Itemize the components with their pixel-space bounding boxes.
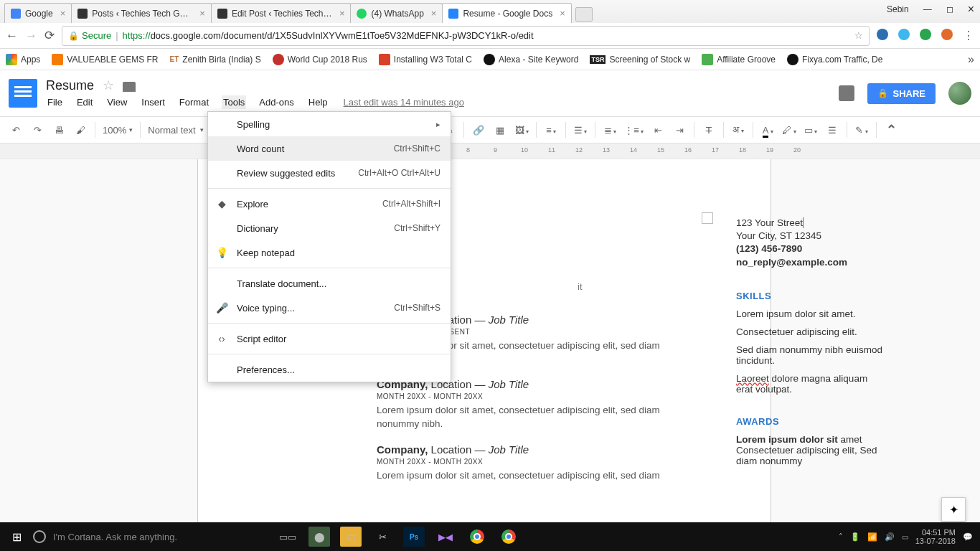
numbered-list-icon[interactable]: ≣ xyxy=(603,125,617,136)
redo-icon[interactable]: ↷ xyxy=(30,125,44,136)
tab-resume-docs[interactable]: Resume - Google Docs× xyxy=(442,3,571,23)
outdent-icon[interactable]: ⇤ xyxy=(651,125,665,136)
window-close-icon[interactable]: × xyxy=(968,3,974,16)
share-button[interactable]: SHARE xyxy=(867,83,936,104)
wifi-icon[interactable]: 📶 xyxy=(867,532,877,542)
new-tab-button[interactable] xyxy=(575,7,593,22)
comments-icon[interactable] xyxy=(839,85,854,101)
input-tools-icon[interactable]: अ xyxy=(731,124,745,136)
align-icon[interactable]: ≡ xyxy=(544,125,558,136)
docs-home-icon[interactable] xyxy=(9,79,37,108)
clock[interactable]: 04:51 PM13-07-2018 xyxy=(915,528,956,545)
bookmark-item[interactable]: Fixya.com Traffic, De xyxy=(787,54,882,65)
app-icon[interactable]: ⬤ xyxy=(308,527,330,547)
tab-techies-posts[interactable]: Posts ‹ Techies Tech Guide× xyxy=(71,3,212,23)
menu-item-voice-typing[interactable]: 🎤Voice typing...Ctrl+Shift+S xyxy=(208,296,451,320)
app-icon[interactable]: ✂ xyxy=(372,527,393,547)
menu-item-preferences[interactable]: Preferences... xyxy=(208,357,451,382)
close-icon[interactable]: × xyxy=(339,8,345,19)
menu-item-spelling[interactable]: Spelling▸ xyxy=(208,112,451,136)
menu-format[interactable]: Format xyxy=(178,95,210,109)
menu-help[interactable]: Help xyxy=(307,95,329,109)
language-indicator[interactable]: ▭ xyxy=(902,533,908,541)
close-icon[interactable]: × xyxy=(199,8,205,19)
menu-item-keep-notepad[interactable]: 💡Keep notepad xyxy=(208,240,451,265)
editing-mode-icon[interactable]: ✎ xyxy=(854,125,869,136)
extension-save-icon[interactable] xyxy=(941,29,953,40)
address-bar[interactable]: Secure | https://docs.google.com/documen… xyxy=(62,26,870,46)
account-avatar[interactable] xyxy=(948,82,971,105)
apps-shortcut[interactable]: Apps xyxy=(6,54,40,65)
text-color-icon[interactable]: 🖊 xyxy=(782,125,796,136)
job-entry[interactable]: Company, Location — Job Title MONTH 20XX… xyxy=(377,378,685,430)
insert-image-icon[interactable]: 🖼 xyxy=(514,125,529,136)
insert-comment-icon[interactable]: ▦ xyxy=(493,125,507,136)
border-icon[interactable]: ▭ xyxy=(804,125,818,136)
bookmark-item[interactable]: VALUEABLE GEMS FR xyxy=(52,54,158,65)
resume-side-column[interactable]: 123 Your Street Your City, ST 12345 (123… xyxy=(736,217,887,474)
extension-icon[interactable] xyxy=(920,29,931,40)
tab-google[interactable]: Google× xyxy=(4,3,72,23)
menu-item-review-edits[interactable]: Review suggested editsCtrl+Alt+O Ctrl+Al… xyxy=(208,161,451,185)
paint-format-icon[interactable]: 🖌 xyxy=(73,125,88,136)
menu-item-word-count[interactable]: Word countCtrl+Shift+C xyxy=(208,136,451,161)
volume-icon[interactable]: 🔊 xyxy=(885,532,895,542)
menu-insert[interactable]: Insert xyxy=(140,95,166,109)
reload-button[interactable]: ⟳ xyxy=(44,28,55,43)
bookmark-item[interactable]: ETZenith Birla (India) S xyxy=(170,55,261,65)
chrome-profile-name[interactable]: Sebin xyxy=(887,4,909,14)
line-spacing-icon[interactable]: ☰ xyxy=(573,125,588,136)
menu-view[interactable]: View xyxy=(105,95,128,109)
bookmark-item[interactable]: TSRScreening of Stock w xyxy=(590,55,690,65)
bookmark-item[interactable]: Alexa - Site Keyword xyxy=(484,54,578,65)
tab-whatsapp[interactable]: (4) WhatsApp× xyxy=(350,3,443,23)
bookmark-item[interactable]: Affiliate Groove xyxy=(702,54,776,65)
highlight-icon[interactable]: A xyxy=(760,125,775,136)
document-title[interactable]: Resume xyxy=(46,78,94,93)
menu-item-explore[interactable]: ◆ExploreCtrl+Alt+Shift+I xyxy=(208,192,451,216)
back-button[interactable]: ← xyxy=(6,29,18,43)
photoshop-icon[interactable]: Ps xyxy=(403,527,425,547)
menu-addons[interactable]: Add-ons xyxy=(258,95,295,109)
file-explorer-icon[interactable]: 🗀 xyxy=(340,527,362,547)
print-icon[interactable]: 🖶 xyxy=(52,125,66,136)
bookmark-item[interactable]: Installing W3 Total C xyxy=(379,54,472,65)
document-canvas[interactable]: it Company, Location — Job Title MONTH 2… xyxy=(0,159,980,551)
battery-icon[interactable]: 🔋 xyxy=(850,532,860,542)
secure-indicator[interactable]: Secure xyxy=(68,30,111,41)
star-icon[interactable]: ☆ xyxy=(103,77,114,93)
section-style-dropdown-icon[interactable] xyxy=(702,212,713,224)
menu-edit[interactable]: Edit xyxy=(75,95,94,109)
chrome-icon[interactable] xyxy=(466,527,488,547)
visual-studio-icon[interactable]: ▶◀ xyxy=(435,527,456,547)
hide-menus-icon[interactable]: ⌃ xyxy=(884,122,898,138)
menu-item-translate[interactable]: Translate document... xyxy=(208,271,451,296)
job-entry[interactable]: Company, Location — Job Title MONTH 20XX… xyxy=(377,443,685,482)
close-icon[interactable]: × xyxy=(60,8,66,19)
notifications-icon[interactable]: 💬 xyxy=(963,532,973,542)
star-bookmark-icon[interactable]: ☆ xyxy=(854,30,863,41)
chrome-menu-icon[interactable]: ⋮ xyxy=(963,29,974,42)
window-minimize-icon[interactable]: — xyxy=(923,4,932,14)
extension-icon[interactable] xyxy=(898,29,910,40)
window-maximize-icon[interactable]: ◻ xyxy=(946,4,953,14)
explore-fab-icon[interactable]: ✦ xyxy=(941,497,966,522)
insert-link-icon[interactable]: 🔗 xyxy=(471,125,486,136)
extension-icon[interactable] xyxy=(877,29,888,40)
clear-formatting-icon[interactable]: T̶ xyxy=(702,125,716,136)
undo-icon[interactable]: ↶ xyxy=(9,125,23,136)
tab-techies-edit[interactable]: Edit Post ‹ Techies Tech G× xyxy=(211,3,352,23)
menu-file[interactable]: File xyxy=(46,95,64,109)
bookmarks-overflow-icon[interactable]: » xyxy=(968,53,974,66)
cortana-search[interactable]: I'm Cortana. Ask me anything. xyxy=(33,530,270,543)
zoom-select[interactable]: 100% xyxy=(103,125,133,136)
last-edit-link[interactable]: Last edit was 14 minutes ago xyxy=(344,97,464,108)
close-icon[interactable]: × xyxy=(431,8,437,19)
bookmark-item[interactable]: World Cup 2018 Rus xyxy=(273,54,367,65)
close-icon[interactable]: × xyxy=(560,8,565,19)
horizontal-ruler[interactable] xyxy=(0,143,980,159)
border-style-icon[interactable]: ☰ xyxy=(825,125,839,136)
tray-overflow-icon[interactable]: ˄ xyxy=(839,532,843,542)
bulleted-list-icon[interactable]: ⋮≡ xyxy=(624,125,644,136)
paragraph-style-select[interactable]: Normal text xyxy=(148,125,205,136)
